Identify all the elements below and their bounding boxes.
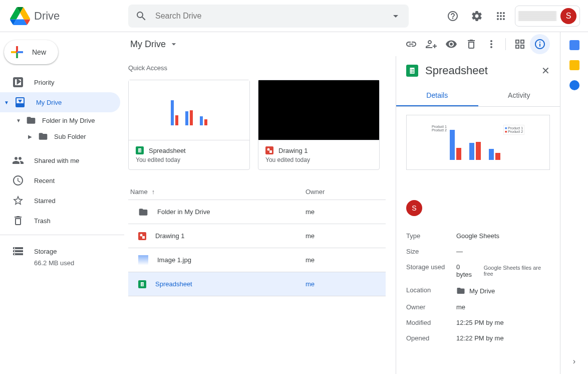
new-button[interactable]: New	[4, 40, 58, 64]
nav-shared[interactable]: Shared with me	[0, 150, 120, 170]
nav-starred[interactable]: Starred	[0, 191, 120, 211]
preview-button[interactable]	[441, 34, 461, 54]
details-preview[interactable]: Product 1Product 2 ■ Product 1■ Product …	[406, 115, 550, 170]
sort-ascending-icon: ↑	[152, 188, 155, 196]
file-owner: me	[306, 232, 386, 240]
drawing-thumbnail	[258, 80, 379, 140]
nav-priority[interactable]: Priority	[0, 72, 120, 92]
starred-icon	[12, 195, 24, 207]
meta-modified: Modified12:25 PM by me	[406, 315, 550, 330]
recent-icon	[12, 174, 24, 186]
app-header: Drive S	[0, 0, 588, 32]
grid-view-button[interactable]	[510, 34, 530, 54]
settings-button[interactable]	[467, 6, 487, 26]
tree-subfolder-label: Sub Folder	[54, 133, 86, 140]
nav-trash[interactable]: Trash	[0, 211, 120, 231]
expand-side-panel-icon[interactable]: ›	[573, 357, 575, 366]
shared-icon	[12, 154, 24, 166]
nav-priority-label: Priority	[34, 79, 54, 86]
my-drive-icon	[14, 96, 26, 108]
tasks-app-icon[interactable]	[569, 80, 579, 90]
column-owner[interactable]: Owner	[306, 188, 386, 196]
logo-area[interactable]: Drive	[4, 6, 128, 26]
calendar-app-icon[interactable]	[569, 40, 579, 50]
file-name: Drawing 1	[155, 232, 185, 240]
toolbar-divider	[505, 38, 506, 50]
storage-used: 66.2 MB used	[0, 259, 124, 267]
file-row[interactable]: Folder in My Drive me	[128, 200, 386, 224]
svg-rect-4	[269, 150, 272, 153]
qa-card-title: Spreadsheet	[149, 147, 186, 154]
account-chip[interactable]: S	[515, 6, 580, 27]
quick-access-card[interactable]: Spreadsheet You edited today	[128, 80, 250, 170]
tab-details[interactable]: Details	[396, 85, 478, 106]
plus-icon	[8, 43, 26, 61]
storage-section: Storage 66.2 MB used	[0, 235, 124, 267]
breadcrumb[interactable]: My Drive	[130, 39, 179, 50]
image-thumbnail-icon	[138, 255, 148, 265]
meta-storage: Storage used0 bytesGoogle Sheets files a…	[406, 259, 550, 282]
trash-icon	[12, 215, 24, 227]
chevron-down-icon[interactable]: ▼	[16, 118, 22, 123]
svg-point-6	[140, 234, 143, 236]
quick-access-label: Quick Access	[128, 64, 386, 72]
search-icon	[135, 10, 147, 22]
nav-my-drive[interactable]: ▼ My Drive	[0, 92, 120, 112]
meta-location: LocationMy Drive	[406, 282, 550, 299]
nav-recent[interactable]: Recent	[0, 170, 120, 191]
meta-size: Size—	[406, 244, 550, 259]
keep-app-icon[interactable]	[569, 60, 579, 70]
more-button[interactable]	[481, 34, 501, 54]
qa-card-title: Drawing 1	[278, 147, 308, 154]
chevron-right-icon[interactable]: ▶	[28, 134, 34, 139]
file-row[interactable]: Image 1.jpg me	[128, 248, 386, 272]
svg-point-3	[267, 148, 270, 151]
column-name[interactable]: Name ↑	[128, 188, 306, 196]
drawing-icon	[138, 232, 146, 240]
file-owner: me	[306, 256, 386, 264]
list-header: Name ↑ Owner	[128, 184, 386, 200]
tab-activity[interactable]: Activity	[478, 85, 560, 106]
details-title: Spreadsheet	[425, 64, 534, 77]
support-button[interactable]	[443, 6, 463, 26]
qa-card-subtitle: You edited today	[265, 156, 372, 163]
get-link-button[interactable]	[401, 34, 421, 54]
toolbar: My Drive	[124, 32, 560, 56]
sheets-icon	[136, 146, 144, 154]
chevron-down-icon	[169, 39, 179, 49]
delete-button[interactable]	[461, 34, 481, 54]
header-actions: S	[443, 6, 584, 27]
new-button-label: New	[32, 48, 46, 56]
breadcrumb-label: My Drive	[130, 39, 166, 50]
spreadsheet-thumbnail	[129, 80, 249, 140]
main-area: New Priority ▼ My Drive ▼ Folder in My D…	[0, 32, 588, 374]
file-area: Quick Access	[124, 56, 396, 374]
account-name-redacted	[518, 12, 556, 21]
quick-access-card[interactable]: Drawing 1 You edited today	[258, 80, 380, 170]
owner-avatar[interactable]: S	[406, 200, 422, 216]
details-tabs: Details Activity	[396, 85, 560, 107]
details-button[interactable]	[530, 34, 550, 54]
tree-subfolder[interactable]: ▶ Sub Folder	[0, 128, 124, 144]
nav-storage-label: Storage	[34, 248, 57, 255]
search-input[interactable]	[155, 12, 390, 21]
close-icon[interactable]: ✕	[541, 65, 550, 77]
file-row-selected[interactable]: Spreadsheet me	[128, 272, 386, 296]
folder-icon	[138, 207, 148, 217]
nav-storage[interactable]: Storage	[0, 241, 120, 261]
quick-access-cards: Spreadsheet You edited today Drawing 1 Y…	[128, 80, 386, 170]
avatar: S	[560, 8, 576, 24]
search-bar[interactable]	[128, 5, 409, 28]
apps-button[interactable]	[491, 6, 511, 26]
sheets-icon	[138, 280, 146, 288]
share-button[interactable]	[421, 34, 441, 54]
details-header: Spreadsheet ✕	[396, 56, 560, 85]
details-body: Product 1Product 2 ■ Product 1■ Product …	[396, 107, 560, 374]
chevron-down-icon[interactable]: ▼	[4, 100, 12, 105]
toolbar-actions	[401, 34, 550, 54]
tree-folder-1[interactable]: ▼ Folder in My Drive	[0, 112, 124, 128]
search-options-icon[interactable]	[390, 10, 402, 22]
nav-shared-label: Shared with me	[34, 157, 79, 164]
sheets-icon	[406, 65, 418, 77]
file-row[interactable]: Drawing 1 me	[128, 224, 386, 248]
